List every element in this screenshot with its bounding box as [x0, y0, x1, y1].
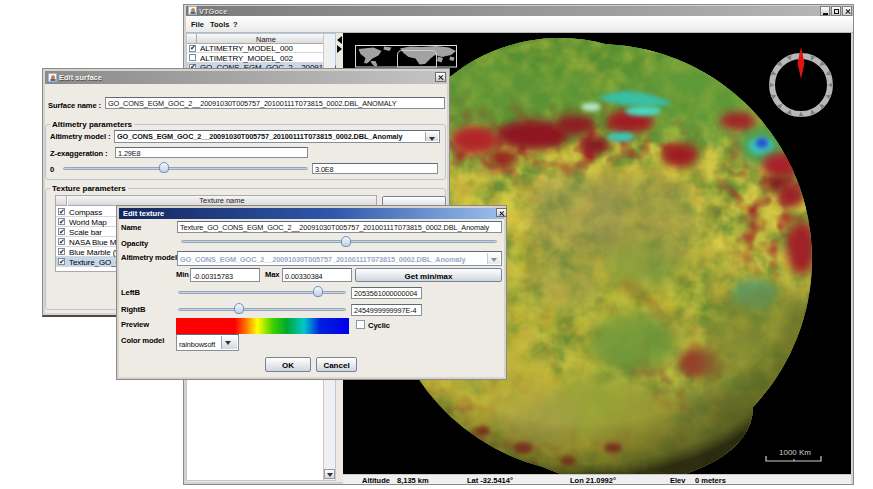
- svg-text:1000 Km: 1000 Km: [779, 448, 811, 457]
